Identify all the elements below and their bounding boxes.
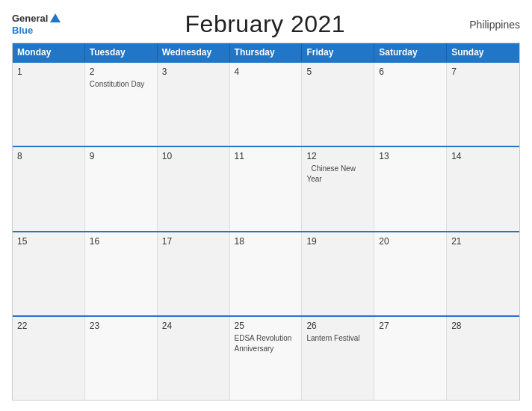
calendar-page: General Blue February 2021 Philippines M…: [0, 0, 532, 411]
header-monday: Monday: [13, 43, 85, 61]
header-wednesday: Wednesday: [158, 43, 230, 61]
cell-13: 13: [374, 147, 447, 230]
week-4: 22 23 24 25EDSA Revolution Anniversary 2…: [13, 315, 519, 400]
cell-1: 1: [13, 63, 85, 146]
logo: General Blue: [12, 13, 61, 36]
header: General Blue February 2021 Philippines: [12, 10, 520, 38]
cell-17: 17: [158, 232, 230, 315]
cell-3: 3: [158, 63, 230, 146]
cell-14: 14: [447, 147, 519, 230]
cell-16: 16: [85, 232, 158, 315]
header-saturday: Saturday: [374, 43, 447, 61]
cell-6: 6: [374, 63, 447, 146]
cell-27: 27: [374, 317, 447, 400]
header-tuesday: Tuesday: [85, 43, 158, 61]
week-2: 8 9 10 11 12Chinese New Year 13 14: [13, 146, 519, 230]
logo-triangle-icon: [50, 13, 61, 22]
logo-blue-text: Blue: [12, 25, 33, 37]
cell-25: 25EDSA Revolution Anniversary: [230, 317, 303, 400]
cell-9: 9: [85, 147, 158, 230]
logo-general-text: General: [12, 13, 48, 25]
week-3: 15 16 17 18 19 20 21: [13, 231, 519, 315]
cell-11: 11: [230, 147, 303, 230]
header-friday: Friday: [302, 43, 374, 61]
calendar-grid: Monday Tuesday Wednesday Thursday Friday…: [12, 43, 520, 401]
week-1: 1 2Constitution Day 3 4 5 6 7: [13, 61, 519, 146]
cell-10: 10: [158, 147, 230, 230]
cell-26: 26Lantern Festival: [302, 317, 374, 400]
cell-20: 20: [374, 232, 447, 315]
cell-8: 8: [13, 147, 85, 230]
cell-28: 28: [447, 317, 519, 400]
cell-2: 2Constitution Day: [85, 63, 158, 146]
calendar-body: 1 2Constitution Day 3 4 5 6 7 8 9 10 11 …: [13, 61, 519, 400]
cell-15: 15: [13, 232, 85, 315]
cell-18: 18: [230, 232, 303, 315]
cell-5: 5: [302, 63, 374, 146]
country-label: Philippines: [469, 19, 520, 31]
cell-4: 4: [230, 63, 303, 146]
cell-22: 22: [13, 317, 85, 400]
cell-12: 12Chinese New Year: [302, 147, 374, 230]
calendar-header-row: Monday Tuesday Wednesday Thursday Friday…: [13, 43, 519, 61]
cell-24: 24: [158, 317, 230, 400]
cell-21: 21: [447, 232, 519, 315]
cell-23: 23: [85, 317, 158, 400]
month-title: February 2021: [185, 10, 346, 38]
cell-7: 7: [447, 63, 519, 146]
header-thursday: Thursday: [230, 43, 303, 61]
cell-19: 19: [302, 232, 374, 315]
header-sunday: Sunday: [447, 43, 519, 61]
